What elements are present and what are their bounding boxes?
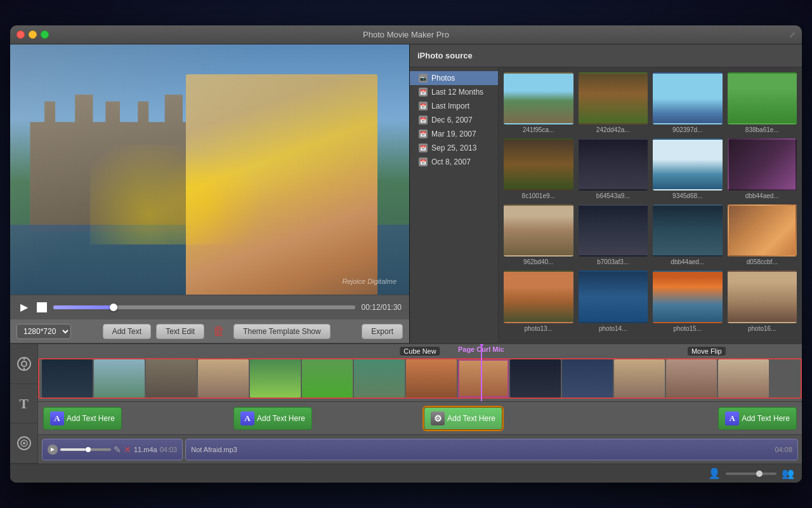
text-clip-3-active[interactable]: ⚙ Add Text Here — [424, 407, 502, 430]
audio-progress[interactable] — [60, 448, 111, 451]
text-edit-button[interactable]: Text Edit — [156, 324, 204, 339]
add-text-button[interactable]: Add Text — [103, 324, 151, 339]
clip-thumb[interactable] — [94, 359, 145, 398]
track-icons: T — [10, 344, 38, 464]
main-content: Rejoice Digitalme ▶ 00:12/01:30 1280*720… — [10, 44, 802, 343]
clip-thumb[interactable] — [718, 359, 769, 398]
progress-thumb — [110, 304, 117, 311]
clip-thumb[interactable] — [406, 359, 457, 398]
photo-item[interactable]: photo14... — [579, 271, 648, 331]
export-button[interactable]: Export — [362, 324, 403, 339]
photo-thumb — [653, 138, 723, 190]
clip-thumb[interactable] — [562, 359, 613, 398]
photo-thumb — [504, 271, 573, 323]
photo-item[interactable]: b7003af3... — [579, 204, 648, 265]
trash-button[interactable]: 🗑 — [209, 323, 228, 340]
preview-area: Rejoice Digitalme — [10, 44, 409, 295]
text-clip-4[interactable]: A Add Text Here — [718, 407, 797, 430]
audio-delete-icon[interactable]: ✕ — [124, 444, 131, 455]
playhead — [481, 344, 482, 401]
play-button[interactable]: ▶ — [18, 301, 30, 314]
clip-thumb[interactable] — [458, 359, 509, 398]
clip-thumb[interactable] — [302, 359, 353, 398]
text-clip-2[interactable]: A Add Text Here — [233, 407, 312, 430]
photo-thumb — [504, 72, 573, 124]
photo-item[interactable]: dbb44aed... — [653, 204, 723, 265]
photo-thumb — [653, 271, 723, 323]
sidebar-label-lastimport: Last Import — [431, 102, 469, 110]
mar19-icon: 📅 — [419, 130, 428, 138]
photo-name: photo14... — [579, 325, 648, 332]
svg-point-6 — [23, 442, 25, 444]
resolution-select[interactable]: 1280*720 — [16, 324, 71, 339]
photo-item[interactable]: 9345d68... — [653, 138, 723, 199]
photo-thumb — [653, 204, 723, 257]
clip-thumb[interactable] — [614, 359, 665, 398]
photo-grid: 241f95ca... 242dd42a... 902397d... 838ba… — [499, 67, 802, 343]
watermark: Rejoice Digitalme — [342, 277, 396, 285]
zoom-slider[interactable] — [726, 472, 776, 475]
clip-thumb[interactable] — [666, 359, 717, 398]
text-track: A Add Text Here A Add Text Here ⚙ Add Te… — [38, 402, 802, 435]
sidebar-item-last12[interactable]: 📅 Last 12 Months — [410, 85, 498, 99]
clip-thumb[interactable] — [198, 359, 249, 398]
sidebar-item-photos[interactable]: 📷 Photos — [410, 71, 498, 85]
photo-thumb — [579, 204, 648, 257]
photo-name: d058ccbf... — [728, 258, 797, 265]
photo-item[interactable]: 902397d... — [653, 72, 723, 133]
track-label-moveflip: Move Flip — [688, 347, 726, 356]
theme-template-button[interactable]: Theme Template Show — [233, 324, 331, 339]
stop-button[interactable] — [37, 302, 47, 312]
photo-item[interactable]: photo16... — [728, 271, 797, 331]
photo-item[interactable]: 962bd40... — [504, 204, 573, 265]
audio-edit-icon[interactable]: ✎ — [114, 444, 121, 455]
timeline-tracks: Cube New Page Curl Mic Move Flip — [38, 344, 802, 464]
photo-item[interactable]: b64543a9... — [579, 138, 648, 199]
sidebar-label-last12: Last 12 Months — [431, 88, 483, 97]
audio-play-button[interactable]: ▶ — [48, 444, 58, 455]
sidebar-item-lastimport[interactable]: 📅 Last Import — [410, 99, 498, 113]
app-title: Photo Movie Maker Pro — [363, 30, 449, 39]
photo-thumb — [728, 271, 797, 323]
svg-point-1 — [22, 361, 27, 366]
photo-name: dbb44aed... — [728, 192, 797, 199]
photo-name: 902397d... — [653, 126, 723, 133]
sidebar-item-mar19[interactable]: 📅 Mar 19, 2007 — [410, 127, 498, 141]
close-button[interactable] — [16, 30, 25, 39]
clip-thumb[interactable] — [354, 359, 405, 398]
photo-item[interactable]: d058ccbf... — [728, 204, 797, 265]
audio-duration-2: 04:08 — [775, 446, 792, 453]
photo-name: 241f95ca... — [504, 126, 573, 133]
oct8-icon: 📅 — [419, 157, 428, 166]
clip-thumb[interactable] — [146, 359, 197, 398]
clip-thumb[interactable] — [42, 359, 93, 398]
controls-bar: ▶ 00:12/01:30 — [10, 295, 409, 319]
sidebar-item-dec6[interactable]: 📅 Dec 6, 2007 — [410, 113, 498, 127]
audio-clip-1[interactable]: ▶ ✎ ✕ 11.m4a 04:03 — [42, 439, 183, 460]
photo-thumb — [504, 204, 573, 257]
photo-item[interactable]: 8c1001e9... — [504, 138, 573, 199]
iphoto-title: iPhoto source — [417, 51, 473, 60]
photo-name: 9345d68... — [653, 192, 723, 199]
minimize-button[interactable] — [29, 30, 37, 39]
progress-bar[interactable] — [53, 305, 355, 309]
last12-icon: 📅 — [419, 88, 428, 97]
photo-name: b7003af3... — [579, 258, 648, 265]
sep25-icon: 📅 — [419, 144, 428, 152]
photo-item[interactable]: photo15... — [653, 271, 723, 331]
text-clip-1[interactable]: A Add Text Here — [43, 407, 122, 430]
audio-clip-2[interactable]: Not Afraid.mp3 04:08 — [185, 439, 798, 460]
sidebar-item-sep25[interactable]: 📅 Sep 25, 2013 — [410, 141, 498, 155]
photo-item[interactable]: 838ba61e... — [728, 72, 797, 133]
clip-thumb[interactable] — [250, 359, 301, 398]
maximize-button[interactable] — [41, 30, 49, 39]
photo-item[interactable]: 241f95ca... — [504, 72, 573, 133]
photo-item[interactable]: dbb44aed... — [728, 138, 797, 199]
sidebar-item-oct8[interactable]: 📅 Oct 8, 2007 — [410, 155, 498, 169]
photo-thumb — [653, 72, 723, 124]
timeline-area: T Cube New Page Curl Mic Move Flip — [10, 344, 802, 464]
sidebar-label-dec6: Dec 6, 2007 — [431, 116, 473, 124]
photo-item[interactable]: 242dd42a... — [579, 72, 648, 133]
photo-item[interactable]: photo13... — [504, 271, 573, 331]
clip-thumb[interactable] — [510, 359, 561, 398]
